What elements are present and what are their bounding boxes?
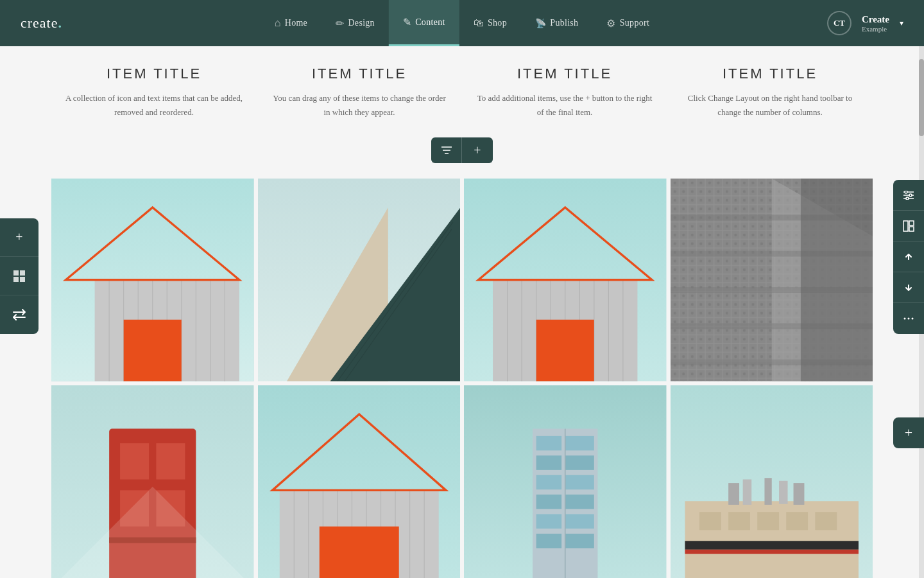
- svg-rect-77: [565, 455, 594, 470]
- svg-rect-78: [536, 475, 561, 489]
- svg-rect-80: [536, 495, 561, 509]
- item-col-3: ITEM TITLE Click Change Layout on the ri…: [667, 66, 873, 119]
- item-title-1: ITEM TITLE: [270, 66, 449, 82]
- image-cell-1[interactable]: [51, 179, 254, 381]
- image-cell-6[interactable]: [258, 385, 461, 578]
- svg-rect-92: [786, 512, 808, 530]
- image-cell-5[interactable]: [51, 385, 254, 578]
- svg-rect-76: [536, 455, 561, 470]
- svg-rect-3: [20, 277, 25, 282]
- svg-rect-1: [20, 270, 25, 276]
- svg-rect-71: [319, 526, 398, 578]
- svg-rect-108: [909, 221, 914, 225]
- item-col-2: ITEM TITLE To add additional items, use …: [462, 66, 667, 119]
- left-tool-transfer[interactable]: [0, 295, 38, 334]
- item-titles-row: ITEM TITLE A collection of icon and text…: [51, 46, 873, 126]
- toolbar-row: +: [51, 137, 873, 163]
- right-tool-move-down[interactable]: [893, 272, 924, 303]
- right-tool-more[interactable]: [893, 303, 924, 334]
- svg-rect-81: [565, 495, 594, 509]
- svg-point-105: [909, 194, 912, 197]
- home-icon: ⌂: [275, 17, 281, 29]
- svg-rect-38: [536, 320, 594, 381]
- item-desc-2: To add additional items, use the + butto…: [475, 91, 654, 119]
- svg-rect-91: [757, 512, 779, 530]
- main-content: ITEM TITLE A collection of icon and text…: [0, 46, 924, 578]
- svg-rect-74: [536, 436, 561, 451]
- svg-rect-53: [156, 443, 185, 479]
- nav-design[interactable]: ✏ Design: [321, 0, 389, 46]
- add-item-button[interactable]: +: [462, 137, 493, 163]
- svg-rect-96: [764, 478, 771, 505]
- add-right-button[interactable]: +: [893, 417, 924, 448]
- right-tool-settings[interactable]: [893, 180, 924, 211]
- image-cell-3[interactable]: [464, 179, 667, 381]
- nav-publish[interactable]: 📡 Publish: [521, 0, 592, 46]
- item-col-1: ITEM TITLE You can drag any of these ite…: [257, 66, 462, 119]
- nav-shop[interactable]: 🛍 Shop: [459, 0, 521, 46]
- nav-content[interactable]: ✎ Content: [389, 0, 459, 46]
- item-col-0: ITEM TITLE A collection of icon and text…: [51, 66, 257, 119]
- svg-point-111: [908, 318, 910, 320]
- page-content: ITEM TITLE A collection of icon and text…: [0, 46, 924, 578]
- publish-icon: 📡: [535, 18, 546, 29]
- svg-point-110: [904, 318, 906, 320]
- content-icon: ✎: [403, 16, 411, 28]
- svg-rect-84: [536, 534, 561, 548]
- toolbar-btns: +: [431, 137, 493, 163]
- shop-icon: 🛍: [474, 17, 484, 29]
- avatar[interactable]: CT: [827, 11, 851, 35]
- svg-point-106: [906, 197, 909, 200]
- svg-rect-99: [685, 541, 858, 550]
- item-desc-3: Click Change Layout on the right hand to…: [680, 91, 860, 119]
- svg-rect-49: [800, 179, 873, 381]
- chevron-down-icon: ▾: [900, 19, 903, 28]
- design-icon: ✏: [336, 17, 344, 30]
- nav-support[interactable]: ⚙ Support: [592, 0, 663, 46]
- svg-rect-98: [793, 483, 804, 505]
- svg-rect-94: [728, 483, 739, 505]
- svg-rect-93: [815, 512, 837, 530]
- nav-home[interactable]: ⌂ Home: [261, 0, 321, 46]
- nav-menu: ⌂ Home ✏ Design ✎ Content 🛍 Shop 📡 Publi…: [261, 0, 663, 46]
- item-title-2: ITEM TITLE: [475, 66, 654, 82]
- app-logo: create.: [21, 15, 62, 31]
- image-grid-row2: [51, 385, 873, 578]
- svg-rect-75: [565, 436, 594, 451]
- svg-rect-107: [903, 221, 908, 231]
- image-cell-7[interactable]: [464, 385, 667, 578]
- user-label[interactable]: Create Example: [862, 14, 889, 33]
- svg-point-112: [912, 318, 914, 320]
- left-sidebar: +: [0, 218, 38, 334]
- svg-rect-85: [565, 534, 594, 548]
- image-cell-4[interactable]: [671, 179, 873, 381]
- right-sidebar: [893, 180, 924, 334]
- image-cell-2[interactable]: [258, 179, 461, 381]
- item-desc-1: You can drag any of these items to chang…: [270, 91, 449, 119]
- svg-rect-20: [124, 320, 182, 381]
- svg-rect-90: [728, 512, 750, 530]
- svg-rect-109: [909, 227, 914, 231]
- item-title-0: ITEM TITLE: [64, 66, 244, 82]
- navbar-right: CT Create Example ▾: [827, 11, 903, 35]
- svg-rect-100: [685, 549, 858, 554]
- filter-button[interactable]: [431, 137, 462, 163]
- left-tool-add[interactable]: +: [0, 218, 38, 257]
- svg-rect-95: [742, 479, 751, 504]
- svg-rect-79: [565, 475, 594, 489]
- right-tool-layout[interactable]: [893, 211, 924, 241]
- right-tool-move-up[interactable]: [893, 241, 924, 272]
- navbar: create. ⌂ Home ✏ Design ✎ Content 🛍 Shop…: [0, 0, 924, 46]
- svg-rect-52: [120, 443, 149, 479]
- svg-rect-82: [536, 514, 561, 529]
- svg-rect-83: [565, 514, 594, 529]
- svg-rect-2: [13, 277, 19, 282]
- image-cell-8[interactable]: [671, 385, 873, 578]
- svg-point-104: [905, 191, 907, 193]
- item-title-3: ITEM TITLE: [680, 66, 860, 82]
- image-grid-row1: [51, 179, 873, 381]
- left-tool-grid[interactable]: [0, 257, 38, 295]
- svg-rect-0: [13, 270, 19, 276]
- support-icon: ⚙: [606, 17, 615, 30]
- item-desc-0: A collection of icon and text items that…: [64, 91, 244, 119]
